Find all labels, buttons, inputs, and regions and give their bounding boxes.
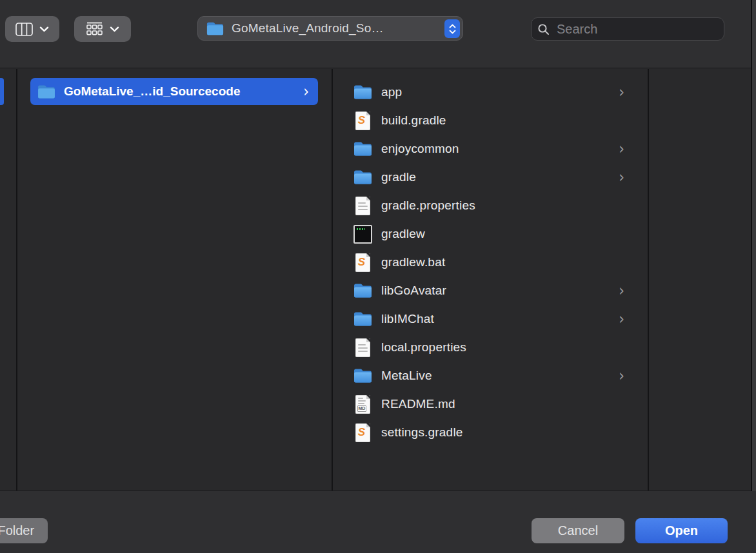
file-row[interactable]: MD README.md — [332, 390, 648, 418]
folder-icon — [353, 368, 372, 383]
column-divider[interactable] — [16, 69, 17, 490]
file-row[interactable]: libGoAvatar › — [332, 276, 648, 305]
executable-file-icon — [353, 225, 372, 244]
chevron-right-icon: › — [619, 84, 624, 100]
folder-icon — [353, 84, 372, 100]
markdown-file-icon: MD — [355, 395, 370, 414]
chevron-down-icon — [110, 26, 119, 32]
folder-icon — [353, 170, 372, 185]
folder-icon — [37, 84, 55, 99]
column-browser: GoMetaLive_…id_Sourcecode › app › S buil… — [0, 69, 751, 490]
file-row[interactable]: local.properties — [332, 333, 648, 362]
file-name: libGoAvatar — [381, 284, 446, 298]
column-view-button[interactable] — [5, 16, 59, 42]
file-name: gradle.properties — [381, 199, 475, 213]
open-file-dialog: GoMetaLive_Android_So… — [0, 0, 756, 553]
file-row[interactable]: S settings.gradle — [332, 418, 648, 447]
search-input[interactable] — [555, 21, 713, 37]
chevron-right-icon: › — [619, 311, 624, 327]
new-folder-button[interactable]: New Folder — [0, 518, 48, 543]
folder-icon — [206, 21, 224, 36]
text-file-icon — [355, 197, 370, 215]
file-list: app › S build.gradle enjoycommon › gradl… — [332, 78, 648, 447]
folder-icon — [353, 283, 372, 298]
file-row[interactable]: S build.gradle — [332, 106, 648, 135]
file-row[interactable]: S gradlew.bat — [332, 248, 648, 276]
file-row[interactable]: app › — [332, 78, 648, 106]
footer-bar: New Folder Cancel Open — [0, 491, 756, 553]
gradle-file-icon: S — [355, 253, 370, 272]
text-file-icon — [355, 338, 370, 357]
file-name: libIMChat — [381, 312, 434, 326]
chevron-right-icon: › — [619, 283, 624, 298]
file-name: gradlew.bat — [381, 255, 445, 269]
gradle-file-icon: S — [355, 112, 370, 130]
group-view-button[interactable] — [74, 16, 131, 42]
file-name: gradlew — [381, 227, 425, 241]
file-row[interactable]: MetaLive › — [332, 362, 648, 390]
file-row[interactable]: enjoycommon › — [332, 135, 648, 163]
cancel-button[interactable]: Cancel — [532, 518, 624, 543]
toolbar: GoMetaLive_Android_So… — [0, 0, 756, 68]
sublime-glyph: S — [357, 427, 366, 438]
file-name: enjoycommon — [381, 142, 459, 156]
search-icon — [537, 23, 550, 35]
open-button[interactable]: Open — [635, 518, 728, 543]
sublime-glyph: S — [357, 257, 366, 268]
file-row[interactable]: gradle.properties — [332, 191, 648, 220]
file-row[interactable]: libIMChat › — [332, 305, 648, 333]
md-badge: MD — [357, 405, 367, 412]
group-by-icon — [86, 22, 103, 36]
file-row[interactable]: gradlew — [332, 220, 648, 248]
chevron-down-icon — [39, 26, 49, 32]
location-dropdown-label: GoMetaLive_Android_So… — [232, 21, 463, 35]
column-view-icon — [15, 23, 33, 36]
search-field[interactable] — [531, 17, 724, 41]
dropdown-stepper-icon[interactable] — [444, 19, 460, 38]
selected-parent-folder-row[interactable]: GoMetaLive_…id_Sourcecode › — [30, 78, 318, 105]
folder-icon — [353, 311, 372, 327]
previous-column-selection-sliver — [0, 78, 4, 105]
folder-icon — [353, 141, 372, 157]
column-divider[interactable] — [648, 69, 649, 490]
file-name: local.properties — [381, 340, 466, 354]
selected-folder-name: GoMetaLive_…id_Sourcecode — [64, 84, 298, 99]
chevron-right-icon: › — [303, 84, 309, 99]
chevron-right-icon: › — [619, 368, 624, 383]
file-name: build.gradle — [381, 113, 446, 128]
chevron-right-icon: › — [619, 170, 624, 185]
file-name: settings.gradle — [381, 425, 463, 440]
window-edge-strip — [752, 0, 756, 553]
file-row[interactable]: gradle › — [332, 163, 648, 191]
sublime-glyph: S — [357, 115, 366, 126]
file-name: gradle — [381, 170, 416, 184]
location-dropdown[interactable]: GoMetaLive_Android_So… — [197, 16, 463, 41]
gradle-file-icon: S — [355, 423, 370, 442]
chevron-right-icon: › — [619, 141, 624, 157]
file-name: app — [381, 85, 402, 99]
file-name: MetaLive — [381, 369, 432, 383]
file-name: README.md — [381, 397, 455, 411]
